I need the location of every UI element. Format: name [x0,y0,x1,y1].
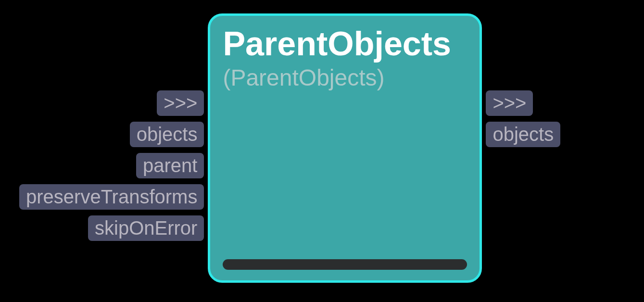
node-subtitle: (ParentObjects) [223,64,467,91]
output-port-objects[interactable]: objects [486,122,560,147]
inputs-column: >>> objects parent preserveTransforms sk… [19,90,204,241]
input-port-preserve-transforms[interactable]: preserveTransforms [19,184,204,210]
node-graph-container: >>> objects parent preserveTransforms sk… [19,13,560,283]
node-box[interactable]: ParentObjects (ParentObjects) [208,13,482,283]
node-title: ParentObjects [223,25,467,63]
node-footer-bar [223,259,467,270]
output-port-exec[interactable]: >>> [486,90,533,116]
input-port-exec[interactable]: >>> [157,90,204,116]
outputs-column: >>> objects [486,90,560,147]
input-port-objects[interactable]: objects [130,122,204,147]
input-port-parent[interactable]: parent [136,153,204,178]
input-port-skip-on-error[interactable]: skipOnError [88,215,204,241]
